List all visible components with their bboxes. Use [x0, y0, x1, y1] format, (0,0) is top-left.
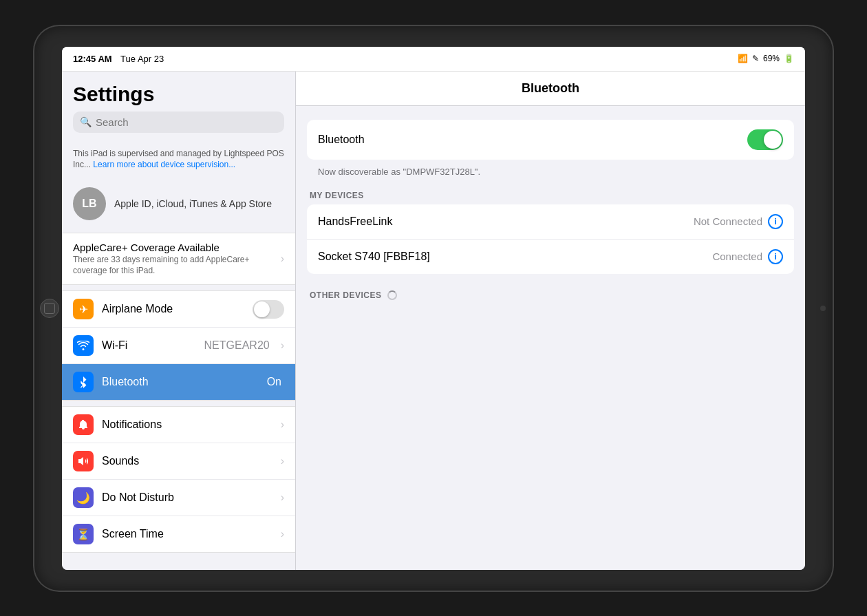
screen-time-icon: ⏳ — [73, 524, 94, 544]
screen-time-chevron-icon: › — [281, 528, 284, 540]
sidebar-item-wifi[interactable]: Wi-Fi NETGEAR20 › — [62, 328, 295, 364]
wifi-icon: 📶 — [738, 54, 748, 63]
status-bar: 12:45 AM Tue Apr 23 📶 ✎ 69% 🔋 — [62, 47, 805, 72]
bluetooth-label: Bluetooth — [102, 376, 259, 388]
notifications-icon — [73, 414, 94, 435]
screen: 12:45 AM Tue Apr 23 📶 ✎ 69% 🔋 Settings 🔍 — [62, 47, 805, 570]
other-devices-label: OTHER DEVICES — [307, 285, 794, 304]
sidebar-item-bluetooth[interactable]: Bluetooth On — [62, 364, 295, 400]
applecare-subtitle: There are 33 days remaining to add Apple… — [73, 255, 281, 276]
device-info-button[interactable]: i — [768, 214, 783, 229]
bluetooth-value: On — [267, 376, 281, 388]
do-not-disturb-label: Do Not Disturb — [102, 491, 272, 504]
wifi-label: Wi-Fi — [102, 339, 196, 352]
sounds-chevron-icon: › — [281, 455, 284, 467]
chevron-right-icon: › — [281, 253, 284, 265]
device-name: HandsFreeLink — [318, 215, 393, 228]
sounds-icon — [73, 451, 94, 471]
bluetooth-settings-icon — [73, 372, 94, 392]
ipad-frame: 12:45 AM Tue Apr 23 📶 ✎ 69% 🔋 Settings 🔍 — [34, 26, 833, 591]
right-panel: Bluetooth Bluetooth Now discoverable as … — [296, 72, 805, 570]
device-row[interactable]: HandsFreeLink Not Connected i — [307, 204, 794, 240]
status-time: 12:45 AM — [73, 54, 112, 64]
supervision-notice: This iPad is supervised and managed by L… — [62, 141, 295, 178]
search-bar[interactable]: 🔍 — [73, 111, 284, 133]
bluetooth-discoverable-text: Now discoverable as "DMPWF32TJ28L". — [307, 162, 794, 185]
my-devices-label: MY DEVICES — [307, 185, 794, 204]
status-date: Tue Apr 23 — [120, 54, 164, 64]
device-row[interactable]: Socket S740 [FBBF18] Connected i — [307, 240, 794, 274]
camera — [820, 306, 826, 311]
bluetooth-main-toggle[interactable] — [747, 129, 783, 150]
profile-label: Apple ID, iCloud, iTunes & App Store — [114, 198, 272, 209]
profile-section[interactable]: LB Apple ID, iCloud, iTunes & App Store — [62, 178, 295, 230]
applecare-title: AppleCare+ Coverage Available — [73, 242, 281, 253]
bluetooth-main-label: Bluetooth — [318, 134, 365, 146]
loading-spinner — [387, 290, 397, 300]
main-content: Settings 🔍 This iPad is supervised and m… — [62, 72, 805, 570]
notifications-label: Notifications — [102, 418, 272, 431]
do-not-disturb-chevron-icon: › — [281, 491, 284, 504]
device-status-text: Not Connected — [694, 215, 762, 227]
battery-level: 69% — [763, 54, 780, 63]
supervision-link[interactable]: Learn more about device supervision... — [93, 160, 235, 169]
sounds-label: Sounds — [102, 455, 272, 467]
bluetooth-main-row: Bluetooth — [307, 120, 794, 160]
sidebar-item-airplane-mode[interactable]: ✈ Airplane Mode — [62, 291, 295, 328]
device-status: Connected i — [712, 249, 783, 264]
applecare-row[interactable]: AppleCare+ Coverage Available There are … — [62, 233, 295, 285]
connectivity-group: ✈ Airplane Mode — [62, 290, 295, 401]
settings-title: Settings — [62, 72, 295, 111]
cellular-icon: ✎ — [752, 54, 759, 63]
sidebar: Settings 🔍 This iPad is supervised and m… — [62, 72, 296, 570]
airplane-mode-toggle[interactable] — [253, 300, 284, 319]
status-icons: 📶 ✎ 69% 🔋 — [738, 54, 794, 63]
panel-content: Bluetooth Now discoverable as "DMPWF32TJ… — [296, 106, 805, 318]
sidebar-item-do-not-disturb[interactable]: 🌙 Do Not Disturb › — [62, 480, 295, 516]
sidebar-item-sounds[interactable]: Sounds › — [62, 443, 295, 480]
wifi-value: NETGEAR20 — [204, 339, 270, 352]
wifi-settings-icon — [73, 335, 94, 356]
sidebar-item-notifications[interactable]: Notifications › — [62, 407, 295, 443]
wifi-chevron-icon: › — [281, 339, 284, 352]
search-input[interactable] — [96, 116, 277, 128]
airplane-mode-icon: ✈ — [73, 299, 94, 319]
panel-header: Bluetooth — [296, 72, 805, 106]
my-devices-list: HandsFreeLink Not Connected i Socket S74… — [307, 204, 794, 274]
search-icon: 🔍 — [80, 116, 92, 127]
notifications-chevron-icon: › — [281, 418, 284, 431]
panel-title: Bluetooth — [522, 81, 579, 95]
screen-time-label: Screen Time — [102, 528, 272, 540]
device-status: Not Connected i — [694, 214, 783, 229]
home-button[interactable] — [40, 299, 59, 318]
sidebar-item-screen-time[interactable]: ⏳ Screen Time › — [62, 516, 295, 552]
device-status-text: Connected — [712, 251, 762, 262]
device-name: Socket S740 [FBBF18] — [318, 251, 430, 263]
avatar: LB — [73, 187, 106, 220]
battery-icon: 🔋 — [784, 54, 794, 63]
airplane-mode-label: Airplane Mode — [102, 303, 244, 315]
preferences-group: Notifications › Sounds › — [62, 406, 295, 553]
do-not-disturb-icon: 🌙 — [73, 487, 94, 508]
device-info-button[interactable]: i — [768, 249, 783, 264]
